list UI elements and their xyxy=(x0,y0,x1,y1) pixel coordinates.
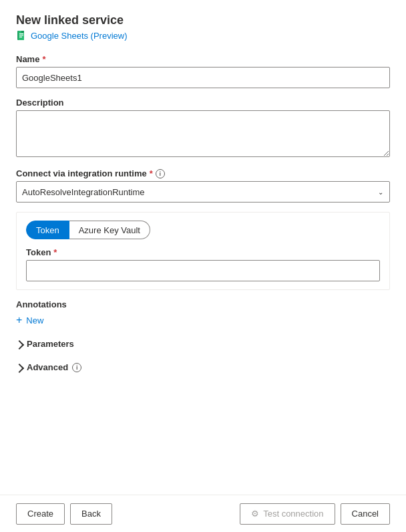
name-input[interactable] xyxy=(16,67,390,88)
description-field-group: Description xyxy=(16,98,390,159)
name-required-star: * xyxy=(42,54,45,64)
token-field-group: Token * xyxy=(26,247,380,281)
parameters-toggle[interactable]: Parameters xyxy=(16,335,74,353)
token-tab[interactable]: Token xyxy=(26,221,69,239)
annotations-section: Annotations + New xyxy=(16,299,390,325)
new-annotation-label: New xyxy=(26,315,43,325)
integration-runtime-select-wrapper: AutoResolveIntegrationRuntime ⌄ xyxy=(16,181,390,203)
token-label: Token * xyxy=(26,247,380,257)
plus-icon: + xyxy=(16,315,22,325)
description-input[interactable] xyxy=(16,110,390,157)
azure-key-vault-tab[interactable]: Azure Key Vault xyxy=(69,221,150,239)
advanced-chevron-icon xyxy=(15,363,24,372)
test-connection-icon: ⚙ xyxy=(251,509,259,519)
advanced-section: Advanced i xyxy=(16,358,390,376)
service-subtitle: Google Sheets (Preview) xyxy=(16,30,390,41)
footer-left-actions: Create Back xyxy=(16,503,112,525)
service-link[interactable]: Google Sheets (Preview) xyxy=(31,31,128,41)
integration-runtime-select[interactable]: AutoResolveIntegrationRuntime xyxy=(16,181,390,203)
create-button[interactable]: Create xyxy=(16,503,65,525)
token-section: Token Azure Key Vault Token * xyxy=(16,212,390,290)
annotations-label: Annotations xyxy=(16,299,390,309)
footer-right-actions: ⚙ Test connection Cancel xyxy=(240,503,390,525)
svg-rect-3 xyxy=(19,35,23,35)
runtime-required-star: * xyxy=(150,168,153,178)
advanced-info-icon[interactable]: i xyxy=(72,363,81,372)
parameters-label: Parameters xyxy=(27,339,74,349)
svg-rect-2 xyxy=(19,33,23,34)
google-sheets-icon xyxy=(16,30,27,41)
runtime-info-icon[interactable]: i xyxy=(156,169,165,178)
footer: Create Back ⚙ Test connection Cancel xyxy=(0,495,406,532)
name-field-group: Name * xyxy=(16,54,390,88)
description-label: Description xyxy=(16,98,390,108)
token-input[interactable] xyxy=(26,260,380,281)
token-required-star: * xyxy=(53,247,57,257)
integration-runtime-label: Connect via integration runtime * i xyxy=(16,168,390,178)
test-connection-button[interactable]: ⚙ Test connection xyxy=(240,503,335,525)
name-label: Name * xyxy=(16,54,390,64)
cancel-button[interactable]: Cancel xyxy=(341,503,390,525)
parameters-chevron-icon xyxy=(15,340,24,349)
page-title: New linked service xyxy=(16,13,390,27)
advanced-label: Advanced xyxy=(27,362,68,372)
back-button[interactable]: Back xyxy=(70,503,112,525)
add-new-annotation-button[interactable]: + New xyxy=(16,315,43,325)
parameters-section: Parameters xyxy=(16,335,390,353)
test-connection-label: Test connection xyxy=(263,509,323,519)
auth-tab-group: Token Azure Key Vault xyxy=(26,221,380,239)
advanced-toggle[interactable]: Advanced i xyxy=(16,358,81,376)
integration-runtime-field-group: Connect via integration runtime * i Auto… xyxy=(16,168,390,203)
svg-rect-4 xyxy=(19,37,22,37)
svg-rect-5 xyxy=(21,31,24,33)
